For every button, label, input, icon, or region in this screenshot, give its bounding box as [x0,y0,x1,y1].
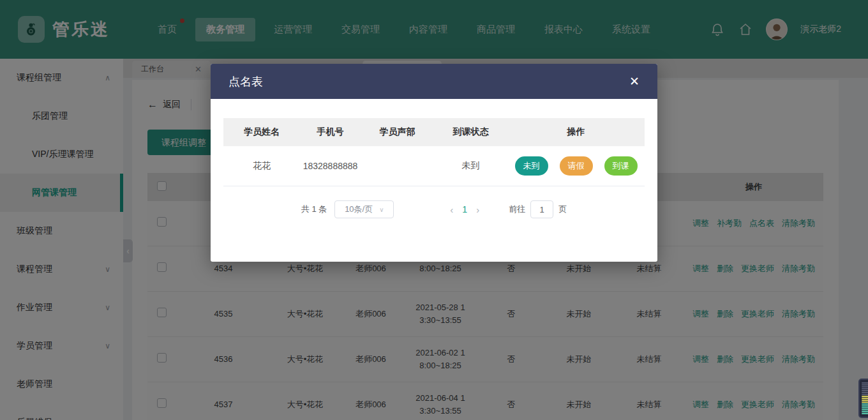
modal-column-header: 学员姓名 [223,126,300,138]
minimap-stripe [862,392,868,393]
modal-cell: 18328888888 [300,161,361,171]
leave-button[interactable]: 请假 [560,156,593,176]
modal-close-icon[interactable]: ✕ [629,75,640,87]
modal-cell: 花花 [223,160,300,172]
modal-title: 点名表 [228,74,263,89]
minimap-stripe [862,390,868,391]
rollcall-table: 学员姓名手机号学员声部到课状态操作 花花18328888888未到未到请假到课 [223,118,645,186]
rollcall-modal: 点名表 ✕ 学员姓名手机号学员声部到课状态操作 花花18328888888未到未… [211,64,657,262]
modal-cell: 未到请假到课 [507,156,645,176]
minimap-stripe [862,394,868,395]
minimap-stripe [862,388,868,389]
minimap-stripe [862,398,868,399]
chevron-down-icon: ∨ [379,206,384,213]
minimap-stripe [862,400,868,401]
absent-button[interactable]: 未到 [515,156,548,176]
modal-header: 点名表 ✕ [211,64,657,99]
minimap-stripe [862,413,868,414]
prev-page-button[interactable]: ‹ [450,204,453,215]
modal-cell: 未到 [434,160,507,172]
present-button[interactable]: 到课 [604,156,638,176]
minimap-stripe [862,386,868,387]
minimap-stripe [862,396,868,397]
minimap-stripe [862,407,868,409]
modal-column-header: 手机号 [300,126,361,138]
modal-column-header: 操作 [507,126,645,138]
page-number[interactable]: 1 [462,204,467,214]
rollcall-table-row: 花花18328888888未到未到请假到课 [223,146,645,186]
minimap-stripe [862,401,868,403]
rollcall-table-header: 学员姓名手机号学员声部到课状态操作 [223,118,645,146]
minimap-stripe [862,403,868,405]
minimap-stripe [862,411,868,412]
minimap-stripe [862,405,868,407]
page-size-value: 10条/页 [345,204,373,215]
minimap-stripe [862,382,868,384]
modal-column-header: 到课状态 [434,126,507,138]
goto-page-input[interactable] [530,200,553,218]
minimap-stripe [862,384,868,386]
page-unit-label: 页 [558,204,567,215]
browser-minimap-widget[interactable] [858,379,868,418]
pagination-total: 共 1 条 [301,204,327,215]
next-page-button[interactable]: › [476,204,479,215]
goto-label: 前往 [509,204,525,215]
modal-column-header: 学员声部 [361,126,434,138]
pagination: 共 1 条 10条/页 ∨ ‹ 1 › 前往 页 [211,200,657,218]
page-size-select[interactable]: 10条/页 ∨ [334,200,394,218]
minimap-stripe [862,409,868,410]
